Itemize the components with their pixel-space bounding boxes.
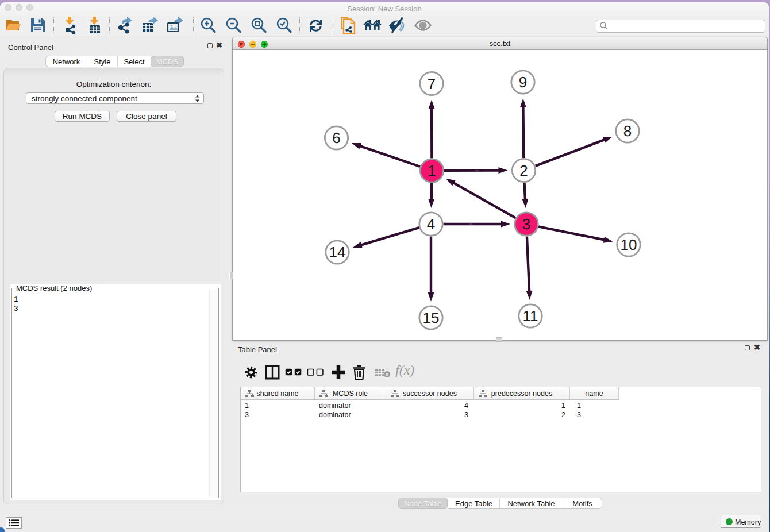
- svg-text:8: 8: [623, 122, 632, 140]
- svg-text:14: 14: [329, 244, 346, 261]
- svg-text:15: 15: [423, 309, 440, 326]
- svg-text:3: 3: [522, 215, 530, 233]
- svg-text:6: 6: [332, 129, 340, 147]
- svg-text:7: 7: [428, 75, 436, 92]
- svg-text:1: 1: [428, 162, 436, 179]
- svg-text:2: 2: [519, 162, 528, 179]
- svg-text:4: 4: [427, 215, 435, 233]
- svg-text:10: 10: [621, 236, 637, 253]
- svg-text:11: 11: [523, 307, 538, 325]
- svg-text:9: 9: [519, 74, 527, 91]
